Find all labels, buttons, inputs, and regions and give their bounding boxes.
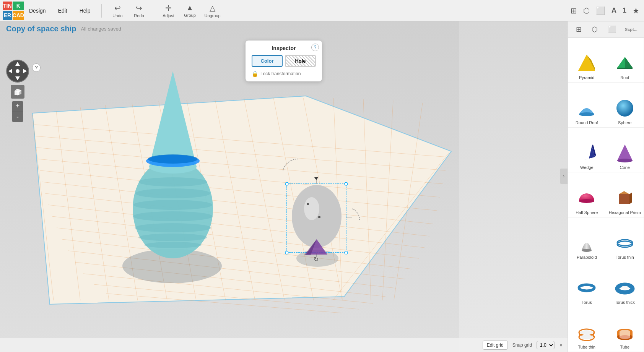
svg-point-88: [582, 249, 592, 252]
torus-thick-label: Torus thick: [615, 300, 635, 305]
menu-edit[interactable]: Edit: [54, 5, 72, 16]
cone-visual: [614, 142, 636, 164]
tube-thin-icon: [576, 322, 597, 343]
svg-point-51: [285, 251, 288, 254]
shape-wedge[interactable]: Wedge: [568, 128, 606, 172]
toolbar-separator-2: [154, 4, 154, 18]
project-title[interactable]: Copy of space ship: [6, 24, 76, 33]
hex-prism-icon: [614, 187, 636, 209]
tube-thin-visual: [576, 322, 597, 343]
torus-visual: [576, 277, 597, 298]
edit-grid-button[interactable]: Edit grid: [483, 341, 508, 350]
shape-cone[interactable]: Cone: [606, 128, 644, 172]
lock-transformation-row[interactable]: 🔒 Lock transformation: [252, 71, 316, 77]
collapse-panel-button[interactable]: ›: [560, 169, 568, 184]
shape-sphere[interactable]: Sphere: [606, 83, 644, 127]
shape-torus-thick[interactable]: Torus thick: [606, 262, 644, 307]
shape-round-roof[interactable]: Round Roof: [568, 83, 606, 127]
cone-label: Cone: [620, 165, 630, 170]
pan-arrows-icon: [6, 60, 29, 83]
sphere-label: Sphere: [618, 120, 631, 125]
adjust-button[interactable]: ✛ Adjust: [159, 2, 179, 19]
svg-marker-80: [579, 146, 595, 161]
menu-help[interactable]: Help: [75, 5, 95, 16]
half-sphere-visual: [576, 187, 597, 209]
menu-design[interactable]: Design: [24, 5, 50, 16]
round-roof-icon: [576, 97, 597, 119]
sphere-visual: [614, 97, 636, 119]
roof-label: Roof: [620, 75, 629, 80]
perspective-view-btn[interactable]: ⬡: [590, 24, 599, 35]
inspector-type-buttons: Color Hole: [252, 55, 316, 67]
ungroup-button[interactable]: △ Ungroup: [202, 2, 224, 19]
svg-point-69: [16, 69, 20, 73]
round-roof-visual: [576, 97, 597, 119]
shape-torus[interactable]: Torus: [568, 262, 606, 307]
snap-select[interactable]: 1.0 0.5 0.1 2.0 5.0: [537, 341, 555, 349]
shape-tube[interactable]: Tube: [606, 307, 644, 352]
hex-prism-label: Hexagonal Prism: [609, 210, 641, 215]
group-icon: ▲: [186, 3, 194, 12]
inspector-help-button[interactable]: ?: [311, 44, 319, 51]
num-btn[interactable]: 1: [621, 5, 628, 16]
half-sphere-label: Half Sphere: [576, 210, 598, 215]
3d-view-btn[interactable]: ⬡: [582, 5, 591, 17]
svg-point-42: [135, 188, 210, 198]
torus-label: Torus: [582, 300, 592, 305]
lock-label: Lock transformation: [260, 71, 301, 76]
redo-icon: ↪: [136, 3, 142, 13]
wedge-label: Wedge: [580, 165, 594, 170]
svg-point-93: [621, 286, 629, 290]
shape-tube-thin[interactable]: Tube thin: [568, 307, 606, 352]
svg-point-40: [148, 154, 198, 164]
shape-roof[interactable]: Roof: [606, 38, 644, 83]
font-btn[interactable]: A: [610, 5, 618, 16]
svg-marker-86: [619, 191, 629, 194]
pan-control[interactable]: [6, 60, 29, 83]
svg-point-47: [144, 242, 202, 248]
redo-button[interactable]: ↪ Redo: [129, 2, 149, 19]
adjust-icon: ✛: [165, 3, 172, 13]
view-home-button[interactable]: [11, 85, 24, 99]
svg-point-45: [135, 223, 211, 232]
shape-torus-thin[interactable]: Torus thin: [606, 217, 644, 262]
star-btn[interactable]: ★: [631, 5, 641, 17]
svg-point-59: [304, 197, 319, 220]
torus-thick-icon: [614, 277, 636, 298]
paraboloid-icon: [576, 232, 597, 253]
svg-point-89: [617, 241, 633, 247]
shape-paraboloid[interactable]: Paraboloid: [568, 217, 606, 262]
roof-visual: [614, 52, 636, 74]
list-view-btn[interactable]: ⊞: [574, 24, 583, 35]
shape-hex-prism[interactable]: Hexagonal Prism: [606, 172, 644, 217]
box-view-btn[interactable]: ⬜: [594, 5, 607, 17]
logo-tin: TIN: [3, 2, 12, 10]
grid-view-btn[interactable]: ⊞: [569, 5, 579, 17]
shape-half-sphere[interactable]: Half Sphere: [568, 172, 606, 217]
shape-pyramid[interactable]: Pyramid: [568, 38, 606, 83]
snap-label: Snap grid: [512, 342, 532, 348]
color-button[interactable]: Color: [252, 55, 283, 67]
svg-point-41: [138, 177, 207, 187]
inspector-panel: Inspector Color Hole 🔒 Lock transformati…: [246, 41, 322, 81]
svg-point-84: [579, 199, 594, 203]
torus-thin-visual: [614, 232, 636, 253]
help-button[interactable]: ?: [32, 63, 41, 72]
zoom-out-button[interactable]: -: [12, 112, 23, 122]
undo-button[interactable]: ↩ Undo: [108, 2, 128, 19]
zoom-in-button[interactable]: +: [12, 101, 23, 112]
main-area: ↻ Copy of space ship All changes saved: [0, 21, 644, 352]
tube-icon: [614, 322, 636, 343]
panel-section-label: Scpt...: [625, 27, 637, 32]
svg-rect-77: [617, 68, 633, 69]
torus-thick-visual: [614, 277, 636, 298]
pyramid-label: Pyramid: [579, 75, 594, 80]
flat-view-btn[interactable]: ⬜: [607, 24, 618, 35]
group-button[interactable]: ▲ Group: [180, 2, 200, 19]
inspector-title: Inspector: [252, 45, 316, 51]
logo-k: K: [13, 2, 24, 10]
hole-button[interactable]: Hole: [285, 55, 316, 67]
pyramid-icon: [576, 52, 597, 74]
viewport[interactable]: ↻ Copy of space ship All changes saved: [0, 21, 568, 352]
svg-point-60: [307, 203, 309, 205]
